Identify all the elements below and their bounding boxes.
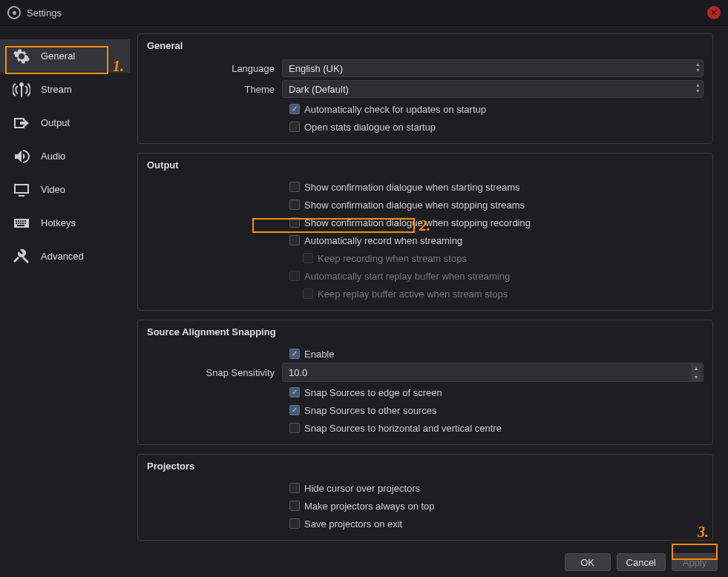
output-icon: [11, 113, 32, 133]
checkbox-snap-edge[interactable]: [289, 387, 300, 398]
sidebar-item-label: Stream: [41, 84, 72, 95]
ok-button[interactable]: OK: [565, 553, 611, 571]
close-icon[interactable]: ✕: [707, 6, 721, 19]
sidebar-item-video[interactable]: Video: [0, 173, 130, 206]
checkbox-keep-recording: [303, 253, 313, 263]
checkbox-auto-replay: [289, 271, 300, 281]
checkbox-label: Make projectors always on top: [304, 501, 435, 512]
group-projectors: Projectors Hide cursor over projectors M…: [137, 454, 713, 541]
sidebar-item-label: Output: [41, 117, 70, 128]
settings-content: General Language English (UK)▲▼ Theme Da…: [130, 26, 728, 547]
sidebar-item-label: General: [41, 50, 75, 62]
checkbox-label: Snap Sources to horizontal and vertical …: [304, 423, 502, 434]
language-label: Language: [147, 63, 282, 74]
checkbox-snap-center[interactable]: [289, 423, 300, 433]
checkbox-label: Enable: [304, 349, 334, 360]
checkbox-label: Keep recording when stream stops: [318, 253, 467, 264]
checkbox-updates[interactable]: [289, 104, 300, 114]
tools-icon: [11, 246, 32, 267]
sidebar: General Stream Output Audio Video: [0, 26, 130, 547]
group-title: General: [147, 40, 704, 51]
checkbox-confirm-stop-stream[interactable]: [289, 200, 300, 210]
checkbox-label: Show confirmation dialogue when starting…: [304, 182, 519, 193]
checkbox-label: Save projectors on exit: [304, 518, 402, 530]
checkbox-save-proj[interactable]: [289, 518, 300, 529]
spinner-down-icon[interactable]: ▾: [691, 373, 701, 381]
sidebar-item-audio[interactable]: Audio: [0, 139, 130, 173]
group-title: Source Alignment Snapping: [147, 326, 704, 337]
sidebar-item-label: Video: [41, 184, 65, 195]
checkbox-label: Automatically start replay buffer when s…: [304, 271, 510, 282]
snap-sensitivity-input[interactable]: 10.0▴▾: [282, 363, 704, 382]
checkbox-stats[interactable]: [289, 122, 300, 132]
checkbox-hide-cursor[interactable]: [289, 483, 300, 493]
sidebar-item-label: Hotkeys: [41, 217, 76, 228]
group-title: Projectors: [147, 461, 704, 472]
group-output: Output Show confirmation dialogue when s…: [137, 153, 713, 311]
language-select[interactable]: English (UK)▲▼: [282, 59, 704, 77]
snap-sensitivity-label: Snap Sensitivity: [147, 367, 282, 378]
checkbox-label: Keep replay buffer active when stream st…: [318, 288, 508, 300]
checkbox-label: Open stats dialogue on startup: [304, 122, 436, 133]
checkbox-snap-enable[interactable]: [289, 349, 300, 359]
monitor-icon: [11, 179, 32, 200]
titlebar: Settings ✕: [0, 0, 728, 26]
checkbox-label: Hide cursor over projectors: [304, 483, 420, 494]
speaker-icon: [11, 146, 32, 167]
sidebar-item-label: Advanced: [41, 251, 84, 262]
antenna-icon: [11, 79, 32, 100]
cancel-button[interactable]: Cancel: [617, 553, 666, 571]
checkbox-label: Automatically record when streaming: [304, 235, 462, 246]
checkbox-confirm-stop-rec[interactable]: [289, 217, 300, 228]
theme-label: Theme: [147, 84, 282, 95]
checkbox-label: Snap Sources to edge of screen: [304, 387, 442, 398]
sidebar-item-output[interactable]: Output: [0, 106, 130, 139]
apply-button[interactable]: Apply: [672, 553, 718, 571]
checkbox-label: Snap Sources to other sources: [304, 405, 437, 416]
checkbox-confirm-start[interactable]: [289, 182, 300, 192]
sidebar-item-label: Audio: [41, 151, 65, 162]
spinner-up-icon[interactable]: ▴: [691, 364, 701, 372]
group-snapping: Source Alignment Snapping Enable Snap Se…: [137, 320, 713, 445]
sidebar-item-general[interactable]: General: [0, 39, 130, 73]
app-icon: [7, 6, 21, 19]
checkbox-auto-record[interactable]: [289, 235, 300, 245]
sidebar-item-stream[interactable]: Stream: [0, 73, 130, 106]
checkbox-label: Show confirmation dialogue when stopping…: [304, 217, 531, 228]
checkbox-always-top[interactable]: [289, 501, 300, 511]
window-title: Settings: [27, 7, 62, 19]
gear-icon: [11, 46, 32, 67]
dialog-footer: OK Cancel Apply: [0, 547, 728, 577]
keyboard-icon: [11, 213, 32, 234]
checkbox-snap-other[interactable]: [289, 405, 300, 415]
sidebar-item-advanced[interactable]: Advanced: [0, 240, 130, 273]
theme-select[interactable]: Dark (Default)▲▼: [282, 80, 704, 98]
sidebar-item-hotkeys[interactable]: Hotkeys: [0, 206, 130, 240]
group-title: Output: [147, 159, 704, 171]
checkbox-keep-replay: [303, 288, 313, 299]
checkbox-label: Automatically check for updates on start…: [304, 104, 486, 115]
group-general: General Language English (UK)▲▼ Theme Da…: [137, 33, 713, 144]
checkbox-label: Show confirmation dialogue when stopping…: [304, 200, 525, 211]
